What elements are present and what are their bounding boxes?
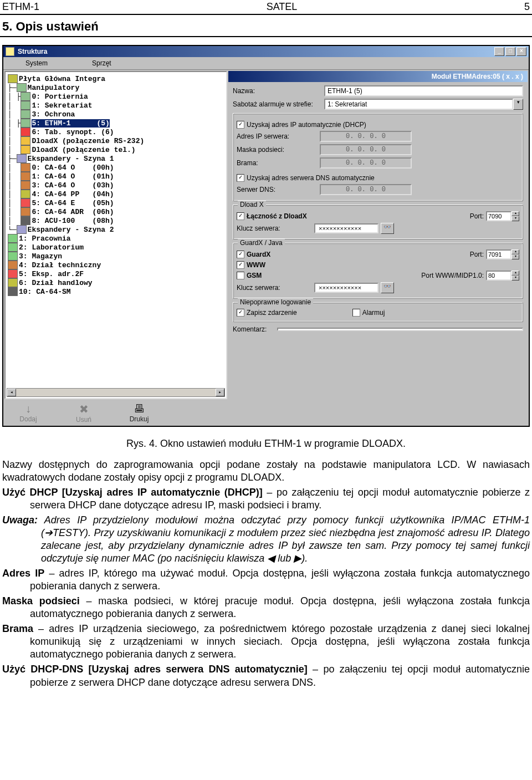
key-input[interactable]: ×××××××××××× [314,223,378,233]
lcd-icon [21,110,30,119]
maximize-button[interactable]: □ [505,47,515,56]
reveal-key-button[interactable]: 👓 [381,223,394,234]
ip-input: 0. 0. 0. 0 [320,131,412,142]
www-checkbox[interactable]: ✓WWW [237,261,265,269]
module-icon [8,261,18,269]
tree-e3[interactable]: 3: CA-64 O (03h) [32,181,114,190]
window-title: Struktura [18,48,47,55]
tree-e1[interactable]: 1: CA-64 O (01h) [32,172,114,181]
minimize-button[interactable]: _ [494,47,504,56]
menu-system[interactable]: System [3,58,70,68]
tree-exp2[interactable]: Ekspandery - Szyna 2 [28,226,114,234]
portwww-label: Port WWW/MIDP1.0: [421,272,484,279]
sabotage-value: 1: Sekretariat [324,99,513,110]
tree-f5[interactable]: 5: Eksp. adr.2F [19,270,84,278]
gsm-checkbox[interactable]: GSM [237,272,262,279]
menubar: System Sprzęt [3,57,529,70]
port-label-2: Port: [470,251,484,258]
module-icon [21,190,30,198]
dns-label: Serwer DNS: [237,186,320,193]
tree-e5[interactable]: 5: CA-64 E (05h) [32,199,114,207]
dloadx-checkbox[interactable]: ✓Łączność z DloadX [237,212,307,220]
lcd-icon [21,119,30,128]
pc-icon [21,145,30,154]
tree-f6[interactable]: 6: Dział handlowy [19,279,93,287]
scroll-left-icon[interactable]: ◂ [7,389,16,396]
folder-icon [17,83,27,92]
tree-e6[interactable]: 6: CA-64 ADR (06h) [32,208,114,216]
key-input-2[interactable]: ×××××××××××× [314,283,378,293]
comment-label: Komentarz: [233,325,277,333]
scroll-right-icon[interactable]: ▸ [216,389,224,396]
tree-m6[interactable]: 6: Tab. synopt. (6) [32,128,114,136]
settings-pane: Moduł ETHMAdres:05 ( x . x ) Nazwa: ETHM… [228,71,528,425]
module-icon [21,181,30,190]
port-dloadx-spinner[interactable]: 7090 ▴▾ [486,211,519,221]
menu-sprzet[interactable]: Sprzęt [70,58,134,68]
mask-label: Maska podsieci: [237,146,320,154]
delete-label: Usuń [76,416,91,424]
section-title: 5. Opis ustawień [0,15,532,37]
delete-icon: ✖ [79,402,89,416]
delete-button[interactable]: ✖ Usuń [64,402,103,424]
tree-d2[interactable]: DloadX (połączenie tel.) [32,146,135,154]
bus-icon [17,154,27,163]
print-icon: 🖶 [134,402,145,415]
tree-m5-selected[interactable]: 5: ETHM-1 (5) [32,119,109,128]
tree-manip[interactable]: Manipulatory [28,84,80,92]
tree-e8[interactable]: 8: ACU-100 (08h) [32,217,114,225]
tree-pane[interactable]: Płyta Główna Integra ├─Manipulatory │ ├0… [4,71,227,399]
guardx-checkbox[interactable]: ✓GuardX [237,251,270,258]
module-icon [21,198,30,207]
module-icon [21,163,30,172]
tree-f2[interactable]: 2: Laboratorium [19,243,84,252]
tree-f3[interactable]: 3: Magazyn [19,252,62,261]
figure-caption: Rys. 4. Okno ustawień modułu ETHM-1 w pr… [0,435,532,455]
tree-f10[interactable]: 10: CA-64-SM [19,288,71,296]
titlebar: Struktura _ □ × [3,46,529,57]
reveal-key-button-2[interactable]: 👓 [381,282,394,293]
sabotage-select[interactable]: 1: Sekretariat ▾ [324,99,523,110]
dloadx-title: Dload X [238,201,266,208]
gw-label: Brama: [237,159,320,167]
print-button[interactable]: 🖶 Drukuj [120,402,158,424]
module-icon [21,172,30,181]
add-button[interactable]: ↓ Dodaj [9,402,48,424]
app-icon [6,47,14,56]
module-icon [21,216,30,225]
ip-label: Adres IP serwera: [237,132,320,140]
tree-root[interactable]: Płyta Główna Integra [19,75,105,83]
close-button[interactable]: × [516,47,526,56]
dloadx-group: Dload X ✓Łączność z DloadX Port: 7090 ▴▾… [233,205,523,239]
dns-auto-checkbox[interactable]: ✓Uzyskaj adres serwera DNS automatycznie [237,174,375,182]
port-www-spinner[interactable]: 80 ▴▾ [486,271,519,281]
key-label-2: Klucz serwera: [237,284,314,292]
comment-input[interactable] [277,328,523,331]
tree-m1[interactable]: 1: Sekretariat [32,101,92,110]
ip-group: ✓Uzyskaj adres IP automatycznie (DHCP) A… [233,113,523,201]
tree-scrollbar[interactable]: ◂ ▸ [7,388,225,397]
tree-e4[interactable]: 4: CA-64 PP (04h) [32,190,114,198]
body-text: Nazwy dostępnych do zaprogramowania opcj… [0,455,532,697]
tree-f4[interactable]: 4: Dział techniczny [19,261,101,269]
board-icon [8,74,18,83]
tree-m0[interactable]: 0: Portiernia [32,93,88,101]
bus-icon [17,225,27,234]
module-icon [8,287,18,296]
tree-m3[interactable]: 3: Ochrona [32,110,75,119]
hdr-center: SATEL [267,1,298,13]
tree-d1[interactable]: DloadX (połączenie RS-232) [32,137,144,145]
add-icon: ↓ [25,402,31,415]
port-guardx-spinner[interactable]: 7091 ▴▾ [486,249,519,259]
chevron-down-icon[interactable]: ▾ [513,99,523,110]
tree-exp1[interactable]: Ekspandery - Szyna 1 [28,155,114,163]
tree-f1[interactable]: 1: Pracownia [19,234,71,243]
module-icon [8,243,18,252]
name-input[interactable]: ETHM-1 (5) [324,85,523,96]
log-checkbox[interactable]: ✓Zapisz zdarzenie [237,309,297,317]
hdr-right: 5 [524,1,530,13]
dhcp-checkbox[interactable]: ✓Uzyskaj adres IP automatycznie (DHCP) [237,121,366,129]
alarm-checkbox[interactable]: Alarmuj [352,309,385,317]
module-icon [8,234,18,243]
tree-e0[interactable]: 0: CA-64 O (00h) [32,164,114,172]
